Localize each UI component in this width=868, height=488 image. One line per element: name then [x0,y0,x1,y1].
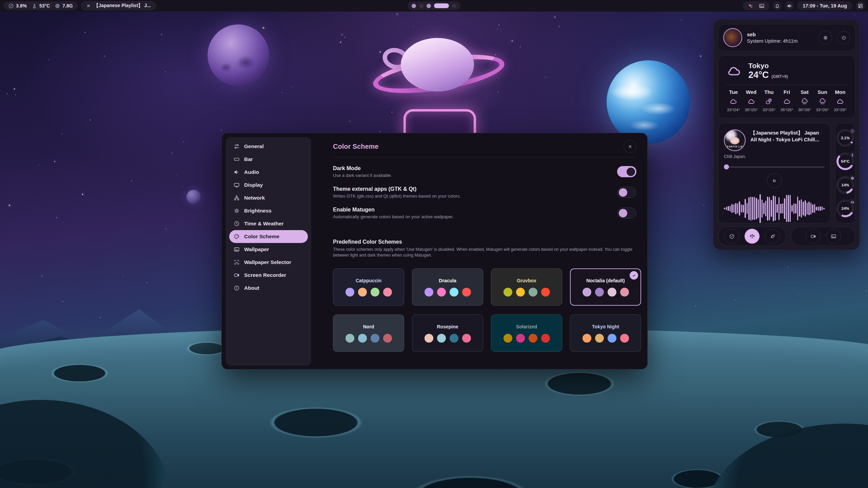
media-pill[interactable]: 【Japanese Playlist】 J... [81,1,156,10]
scheme-color-dot [529,334,537,343]
brightness-icon [234,208,240,214]
workspace-dot-2[interactable] [419,4,423,8]
scheme-card-tokyo-night[interactable]: Tokyo Night [570,314,641,352]
settings-button[interactable] [818,31,832,44]
workspace-dot-5[interactable] [452,4,456,8]
sidebar-item-network[interactable]: Network [229,191,308,204]
audio-visualizer [724,191,825,226]
scheme-color-dot [541,334,550,343]
powersaver-profile-button[interactable] [765,229,780,244]
media-progress-bar[interactable] [724,164,825,169]
scheme-color-dot [358,334,367,343]
sidebar-item-display[interactable]: Display [229,179,308,191]
workspace-indicator[interactable] [408,1,460,10]
clock-icon [234,221,240,227]
sidebar-item-label: Screen Recorder [244,272,286,278]
sidebar-item-audio[interactable]: Audio [229,166,308,179]
power-profile-group [718,227,786,246]
weather-icon [800,97,809,105]
wallpaper-tray-icon[interactable] [759,3,765,9]
scheme-card-nord[interactable]: Nord [333,314,404,352]
sidebar-item-bar[interactable]: Bar [229,153,308,166]
sidebar-item-general[interactable]: General [229,140,308,153]
balanced-profile-button[interactable] [745,229,760,244]
weather-icon [836,97,845,105]
system-stats-pill[interactable]: 3.8% 53°C 7.8G [3,1,78,10]
clock[interactable]: 17:09 - Tue, 19 Aug [797,1,852,10]
sidebar-item-about[interactable]: About [229,282,308,294]
screen-recorder-button[interactable] [806,229,821,244]
pause-button[interactable] [767,173,782,188]
scheme-card-rosepine[interactable]: Rosepine [412,314,483,352]
sidebar-item-label: Wallpaper Selector [244,259,291,265]
side-panel: seb System Uptime: 4h11m Tokyo 24°C (GMT… [713,19,860,250]
settings-window: General Bar Audio Display Network Bright… [221,133,648,369]
scheme-color-dot [437,288,446,297]
scheme-card-noctalia-default[interactable]: Noctalia (default) [570,268,641,306]
enable-matugen-row: Enable Matugen Automatically generate co… [333,207,636,219]
thermometer-icon [32,3,37,9]
enable-matugen-toggle[interactable] [617,207,636,219]
toggle-knob [619,188,627,197]
scheme-card-title: Dracula [439,278,456,283]
sidebar-item-label: About [244,285,259,291]
image-icon [831,233,836,239]
sidebar-item-screen-recorder[interactable]: Screen Recorder [229,269,308,282]
scheme-color-dot [371,334,379,343]
sidebar-item-color-scheme[interactable]: Color Scheme [229,230,308,243]
temperature-stat: 53°C [32,3,50,9]
sidebar-item-label: Time & Weather [244,221,284,227]
power-button[interactable] [837,31,850,44]
weather-icon [729,97,738,105]
wallpaper-button[interactable] [826,229,841,244]
sidebar-item-time-weather[interactable]: Time & Weather [229,217,308,230]
forecast-day: Sat36°/26° [796,89,813,112]
memory-stat: 7.8G [55,3,73,9]
scheme-card-title: Solarized [516,324,537,329]
theme-external-apps-row: Theme external apps (GTK & Qt) Writes GT… [333,186,636,199]
scheme-grid: Catppuccin Dracula [333,268,636,352]
volume-button[interactable] [785,1,794,10]
scheme-color-dot [620,334,629,343]
dark-mode-toggle[interactable] [617,166,636,177]
palette-icon [234,233,240,240]
scheme-card-catppuccin[interactable]: Catppuccin [333,268,404,306]
workspace-dot-1[interactable] [412,4,416,8]
launcher-button[interactable] [856,1,865,10]
sidebar-item-label: Audio [244,169,259,175]
speaker-icon [234,169,240,175]
forecast-day: Wed35°/25° [743,89,760,112]
scheme-card-title: Nord [363,324,374,329]
album-art: TOKYO LO [724,129,746,151]
scheme-card-dracula[interactable]: Dracula [412,268,483,306]
disk-gauge: 24% [836,200,854,217]
workspace-dot-4-active[interactable] [434,3,449,8]
close-button[interactable] [624,140,636,153]
divider [725,85,848,85]
workspace-dot-3[interactable] [427,4,431,8]
scheme-color-dot [425,334,433,343]
top-bar: 3.8% 53°C 7.8G 【Japanese Playlist】 J... … [0,0,868,12]
gauge-icon [849,128,856,135]
sidebar-item-wallpaper[interactable]: Wallpaper [229,243,308,256]
cpu-gauge: 3.1% [836,129,854,147]
performance-profile-button[interactable] [724,229,739,244]
scheme-color-dot [462,288,471,297]
memory-gauge: 14% [836,176,854,194]
scheme-card-solarized[interactable]: Solarized [491,314,562,352]
sidebar-item-label: Brightness [244,208,272,214]
sidebar-item-label: Network [244,195,265,201]
tray-app-icon[interactable] [748,3,753,9]
notifications-button[interactable] [773,1,782,10]
selected-check-badge [630,271,638,280]
scheme-card-gruvbox[interactable]: Gruvbox [491,268,562,306]
weather-card: Tokyo 24°C (GMT+9) Tue33°/24° Wed35°/25°… [718,55,855,118]
chip-icon [849,175,856,182]
scheme-card-title: Rosepine [437,324,458,329]
progress-knob[interactable] [724,164,729,169]
theme-external-apps-toggle[interactable] [617,187,636,198]
sidebar-item-brightness[interactable]: Brightness [229,204,308,217]
scheme-color-dot [595,288,604,297]
gear-icon [823,35,828,41]
sidebar-item-wallpaper-selector[interactable]: Wallpaper Selector [229,256,308,269]
